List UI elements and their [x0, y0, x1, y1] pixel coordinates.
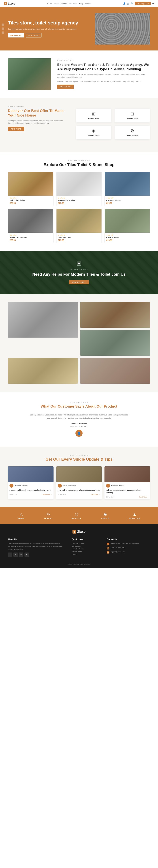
- partner-globe[interactable]: ◎ GLOBE: [45, 512, 52, 519]
- product-card-3[interactable]: ★★★★★ Roca Bathrooms £29.99: [104, 172, 150, 206]
- social-icon-3[interactable]: [2, 31, 4, 34]
- cta-join-button[interactable]: JOIN WITH US →: [69, 280, 89, 284]
- address-icon: 📍: [107, 542, 109, 546]
- nav-about[interactable]: About: [54, 3, 59, 4]
- toolkits-icon: ⚙: [117, 128, 147, 133]
- hero-image-area: [79, 13, 150, 44]
- testimonial-title: What Our Customer Say's About Our Produc…: [8, 404, 150, 409]
- services-header: Discover Our Best Offer To Made Your Nic…: [8, 108, 150, 140]
- product-name-5: Gray Wall Tiles: [58, 237, 100, 238]
- testimonial-avatar: 👤: [75, 430, 83, 437]
- nav-contact[interactable]: Contact: [85, 3, 91, 4]
- about-section: About Company Explore Modern Tiles Stone…: [0, 51, 158, 98]
- blog-card-footer-2: 25 Nov 2024 Read Article →: [56, 493, 102, 497]
- brand-logo[interactable]: Z Zixxo: [4, 2, 15, 5]
- footer-address-text: Mirpur DOHS, Dhaka-1216, Bangladesh: [111, 542, 139, 545]
- product-card-5[interactable]: ★★★★★ Gray Wall Tiles £23.99: [56, 209, 102, 243]
- product-card-1[interactable]: ★★★★★ Wall Colorful Tiles £25.99: [8, 172, 54, 206]
- service-card-toolkits: ⚙ Work Toolkits: [114, 126, 150, 140]
- product-card-4[interactable]: ★★★★★ Modern Room Toilet £25.90: [8, 209, 54, 243]
- cart-icon[interactable]: 🛒: [127, 2, 129, 4]
- menu-icon[interactable]: ☰: [152, 2, 154, 4]
- navbar: Z Zixxo Home About Product Elements Blog…: [0, 0, 158, 7]
- hero-read-more-button[interactable]: READ MORE: [26, 33, 42, 37]
- blog-author-row-3: David Mr. Warner: [104, 482, 150, 489]
- blog-card-3[interactable]: David Mr. Warner Solving Common Cross-Pl…: [104, 466, 150, 499]
- blog-card-2[interactable]: David Mr. Warner How Web Designers Can H…: [56, 466, 102, 499]
- footer-link-0[interactable]: Company History: [72, 542, 101, 544]
- about-title: Explore Modern Tiles Stone & Toilet Serv…: [57, 63, 150, 71]
- blog-readmore-2[interactable]: Read Article →: [91, 494, 100, 495]
- blog-date-2: 25 Nov 2024: [58, 494, 66, 495]
- product-name-2: White Modern Toilet: [58, 199, 100, 201]
- gallery-grid: [8, 302, 150, 384]
- footer-about-title: About Us: [8, 538, 66, 540]
- service-card-toilet: ⊡ Modern Toilet: [114, 108, 150, 122]
- partner-circle[interactable]: ◉ CIRCLE: [101, 512, 109, 519]
- product-card-2[interactable]: ★★★★★ White Modern Toilet £23.99: [56, 172, 102, 206]
- gallery-bottom-right: [80, 358, 150, 384]
- partner-sumit[interactable]: △ SUMIT: [18, 512, 25, 519]
- nav-links: Home About Product Elements Blog Contact: [47, 3, 91, 4]
- product-stars-6: ★★★★★: [106, 234, 148, 236]
- hero-stones-visual: [95, 13, 150, 44]
- product-image-1: [8, 172, 53, 196]
- nav-elements[interactable]: Elements: [70, 3, 77, 4]
- partner-identity[interactable]: ⬡ IDENTITY: [72, 512, 81, 519]
- footer-contact-email: ✉ support@gmail.com: [107, 551, 150, 554]
- footer-contact-phone: 📞 +880 175 0000 000: [107, 547, 150, 550]
- play-icon: ▶: [78, 262, 80, 265]
- nav-home[interactable]: Home: [47, 3, 52, 4]
- partner-name-circle: CIRCLE: [101, 518, 109, 519]
- service-name-toilet: Modern Toilet: [117, 118, 147, 120]
- youtube-icon[interactable]: ▶: [25, 553, 29, 557]
- social-icon-1[interactable]: [2, 24, 4, 26]
- nav-product[interactable]: Product: [61, 3, 67, 4]
- search-icon[interactable]: 🔍: [131, 2, 133, 4]
- product-name-6: Colorful Stone: [106, 237, 148, 238]
- blog-card-1[interactable]: David Mr. Warner Practical Guide Testing…: [8, 466, 54, 499]
- user-icon[interactable]: 👤: [123, 2, 125, 4]
- instagram-icon[interactable]: in: [19, 553, 23, 557]
- blog-author-avatar-3: [106, 484, 110, 488]
- partner-mountain[interactable]: ▲ MountAIN: [129, 512, 140, 519]
- stone-icon: ◈: [79, 128, 109, 133]
- services-section: What We Offer Discover Our Best Offer To…: [0, 98, 158, 152]
- get-quote-button[interactable]: GET A QUOTE: [135, 2, 151, 5]
- blog-author-name-2: David Mr. Warner: [63, 485, 76, 487]
- gallery-image-3: [80, 330, 150, 356]
- footer-link-4[interactable]: Contact: [72, 554, 101, 555]
- product-info-4: ★★★★★ Modern Room Toilet £25.90: [8, 233, 53, 243]
- product-price-4: £25.90: [10, 239, 52, 241]
- gallery-image-4: [8, 358, 78, 384]
- gallery-item-3: [80, 330, 150, 356]
- nav-blog[interactable]: Blog: [79, 3, 83, 4]
- partner-name-globe: GLOBE: [45, 518, 52, 519]
- product-info-1: ★★★★★ Wall Colorful Tiles £25.99: [8, 196, 53, 206]
- blog-readmore-1[interactable]: Read Article →: [43, 494, 52, 495]
- about-read-more-button[interactable]: READ MORE: [57, 85, 74, 89]
- cta-tag: Get More Update: [8, 268, 150, 270]
- social-icon-2[interactable]: [2, 27, 4, 30]
- blog-image-3: [104, 466, 150, 482]
- services-read-more-button[interactable]: READ MORE: [8, 127, 24, 131]
- services-title: Discover Our Best Offer To Made Your Nic…: [8, 108, 70, 118]
- product-card-6[interactable]: ★★★★★ Colorful Stone £29.99: [104, 209, 150, 243]
- product-name-4: Modern Room Toilet: [10, 237, 52, 238]
- gallery-item-5: [80, 358, 150, 384]
- footer-quick-links-list: Company History Our Solutions Meet The T…: [72, 542, 101, 555]
- footer-link-3[interactable]: News & Media: [72, 551, 101, 553]
- products-title: Explore Our Tiles Toilet & Stone Shop: [8, 162, 150, 167]
- footer-bottom: © 2024 Zixxo. All Rights Reserved.: [8, 561, 150, 565]
- product-price-6: £29.99: [106, 239, 148, 241]
- gallery-item-4: [8, 358, 78, 384]
- hero-show-more-button[interactable]: SHOW MORE: [8, 33, 24, 37]
- footer-link-1[interactable]: Our Solutions: [72, 545, 101, 547]
- blog-readmore-3[interactable]: Read Article →: [139, 496, 149, 498]
- twitter-icon[interactable]: t: [14, 553, 18, 557]
- services-tag: What We Offer: [8, 106, 150, 107]
- facebook-icon[interactable]: f: [8, 553, 12, 557]
- testimonial-author: Lester M. Norwood: [8, 423, 150, 425]
- footer-link-2[interactable]: Meet The Team: [72, 548, 101, 550]
- footer-col-contact: Contact Us 📍 Mirpur DOHS, Dhaka-1216, Ba…: [107, 538, 150, 557]
